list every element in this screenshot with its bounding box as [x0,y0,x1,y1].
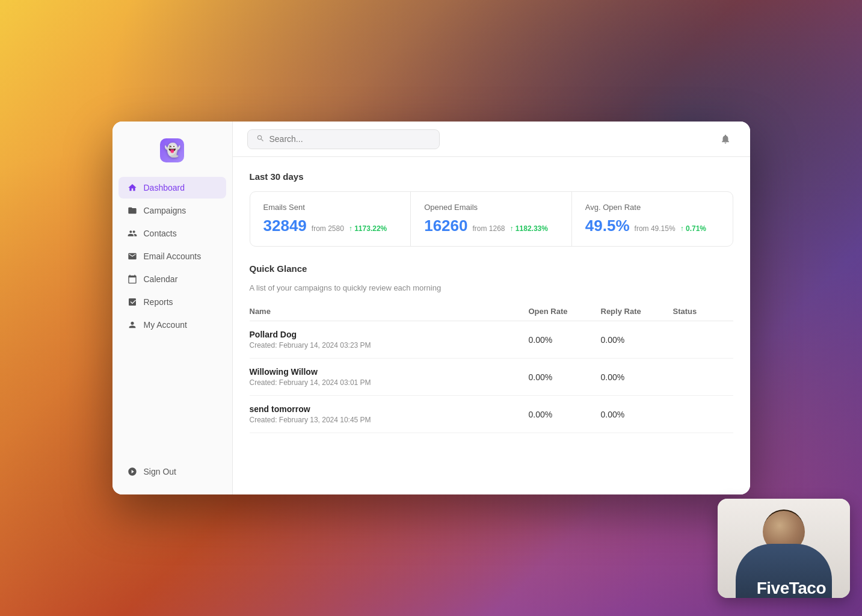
sidebar-item-my-account[interactable]: My Account [119,314,226,336]
nav-label-calendar: Calendar [144,274,178,284]
sign-out-label: Sign Out [144,467,176,476]
stat-card-opened-emails: Opened Emails 16260 from 1268 ↑ 1182.33% [411,192,572,246]
main-content: Last 30 days Emails Sent 32849 from 2580… [233,122,750,494]
sidebar-item-reports[interactable]: Reports [119,291,226,313]
table-row: Willowing Willow Created: February 14, 2… [250,359,733,396]
stat-value-row-emails-sent: 32849 from 2580 ↑ 1173.22% [263,217,398,235]
quick-glance-header: Quick Glance [250,263,733,274]
open-rate-1: 0.00% [529,335,601,345]
sign-out-button[interactable]: Sign Out [119,461,226,482]
sidebar-item-calendar[interactable]: Calendar [119,268,226,290]
stat-value-opened-emails: 16260 [424,217,467,235]
stat-value-avg-open-rate: 49.5% [585,217,630,235]
stat-value-emails-sent: 32849 [263,217,307,235]
nav-label-dashboard: Dashboard [144,183,185,192]
stats-row: Emails Sent 32849 from 2580 ↑ 1173.22% O… [250,191,733,247]
campaign-cell-2: Willowing Willow Created: February 14, 2… [250,367,529,387]
nav-label-my-account: My Account [144,320,187,330]
notification-button[interactable] [715,129,736,149]
logo-icon: 👻 [160,138,184,162]
stat-value-row-opened-emails: 16260 from 1268 ↑ 1182.33% [424,217,558,235]
sign-out-icon [127,466,138,477]
quick-glance-subtitle: A list of your campaigns to quickly revi… [250,283,733,292]
folder-icon [127,205,138,216]
nav-menu: Dashboard Campaigns Contacts [112,177,232,461]
stat-label-emails-sent: Emails Sent [263,203,398,212]
header [233,122,750,157]
col-reply-rate: Reply Rate [601,307,673,316]
campaign-date-1: Created: February 14, 2024 03:23 PM [250,341,529,350]
people-icon [127,228,138,239]
logo: 👻 [112,134,232,177]
campaign-name-1: Pollard Dog [250,330,529,339]
table-row: send tomorrow Created: February 13, 2024… [250,396,733,433]
stat-from-opened-emails: from 1268 [472,224,505,233]
search-input[interactable] [269,134,431,144]
stat-from-avg-open-rate: from 49.15% [635,224,676,233]
search-icon [256,134,265,144]
stat-label-avg-open-rate: Avg. Open Rate [585,203,719,212]
table-header: Name Open Rate Reply Rate Status [250,302,733,321]
chart-icon [127,297,138,307]
sidebar: 👻 Dashboard Campaigns [112,122,233,494]
app-window: 👻 Dashboard Campaigns [112,122,750,494]
quick-glance-title: Quick Glance [250,263,733,274]
nav-label-campaigns: Campaigns [144,206,186,215]
stat-value-row-avg-open-rate: 49.5% from 49.15% ↑ 0.71% [585,217,719,235]
campaign-date-3: Created: February 13, 2024 10:45 PM [250,416,529,424]
campaign-name-3: send tomorrow [250,404,529,414]
sidebar-bottom: Sign Out [112,461,232,482]
campaign-cell-3: send tomorrow Created: February 13, 2024… [250,404,529,424]
nav-label-email-accounts: Email Accounts [144,251,202,261]
open-rate-3: 0.00% [529,410,601,419]
table-row: Pollard Dog Created: February 14, 2024 0… [250,321,733,359]
col-status: Status [673,307,733,316]
search-bar[interactable] [247,129,440,149]
stat-from-emails-sent: from 2580 [312,224,344,233]
sidebar-item-dashboard[interactable]: Dashboard [119,177,226,199]
campaign-cell-1: Pollard Dog Created: February 14, 2024 0… [250,330,529,350]
header-actions [715,129,736,149]
nav-label-contacts: Contacts [144,229,177,238]
stat-change-opened-emails: ↑ 1182.33% [510,224,548,233]
nav-label-reports: Reports [144,297,173,307]
email-icon [127,251,138,262]
stat-change-avg-open-rate: ↑ 0.71% [680,224,706,233]
open-rate-2: 0.00% [529,372,601,382]
stat-card-emails-sent: Emails Sent 32849 from 2580 ↑ 1173.22% [250,192,411,246]
stat-change-emails-sent: ↑ 1173.22% [349,224,387,233]
sidebar-item-campaigns[interactable]: Campaigns [119,200,226,221]
col-name: Name [250,307,529,316]
stat-label-opened-emails: Opened Emails [424,203,558,212]
period-label: Last 30 days [250,171,733,182]
reply-rate-1: 0.00% [601,335,673,345]
calendar-icon [127,274,138,285]
dashboard-body: Last 30 days Emails Sent 32849 from 2580… [233,157,750,494]
reply-rate-2: 0.00% [601,372,673,382]
account-icon [127,319,138,330]
campaign-date-2: Created: February 14, 2024 03:01 PM [250,378,529,387]
sidebar-item-contacts[interactable]: Contacts [119,223,226,244]
campaign-name-2: Willowing Willow [250,367,529,377]
reply-rate-3: 0.00% [601,410,673,419]
sidebar-item-email-accounts[interactable]: Email Accounts [119,245,226,267]
branding-label: FiveTaco [757,579,826,598]
stat-card-avg-open-rate: Avg. Open Rate 49.5% from 49.15% ↑ 0.71% [572,192,733,246]
col-open-rate: Open Rate [529,307,601,316]
home-icon [127,182,138,193]
